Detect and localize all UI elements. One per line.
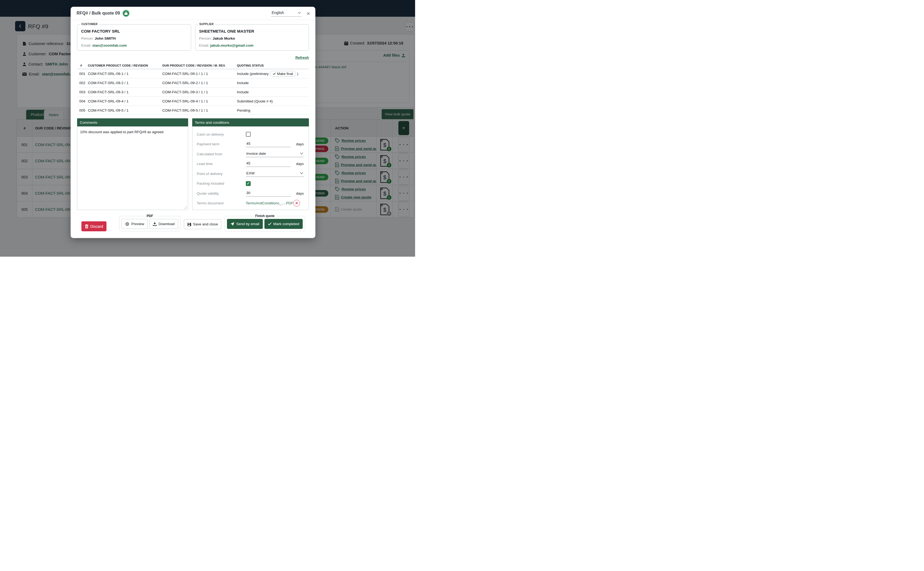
term-row-terms-document: Terms document TermsAndConditions_….PDF✕	[193, 198, 309, 208]
packing-included-checkbox[interactable]	[246, 181, 251, 186]
quoting-status: Include	[237, 90, 309, 94]
supplier-email: Email: jakub.murko@gmail.com	[199, 43, 305, 48]
chevron-down-icon	[300, 172, 303, 174]
refresh-link[interactable]: Refresh	[295, 56, 309, 60]
trash-icon	[85, 224, 88, 228]
screen: RFQ #9 Customer reference:31/07/20 Custo…	[0, 0, 415, 257]
make-final-button[interactable]: Make final	[270, 71, 296, 77]
send-by-email-button[interactable]: Send by email	[227, 219, 263, 229]
dialog-footer: Discard PDF Preview Download	[77, 210, 309, 231]
customer-person: Person: John SMITH	[81, 36, 187, 40]
terms-document-link[interactable]: TermsAndConditions_….PDF	[246, 201, 293, 205]
pdf-button-group: PDF Preview Download	[119, 216, 180, 231]
language-select[interactable]: English	[271, 10, 301, 17]
save-and-close-button[interactable]: Save and close	[184, 219, 221, 229]
dialog-title: RFQ# / Bulk quote 09	[77, 11, 120, 15]
item-row: 004 COM-FACT-SRL-09-4 / 1 COM-FACT-SRL-0…	[77, 97, 309, 106]
calculated-from-select[interactable]: Invoice date	[246, 151, 304, 157]
customer-box: CUSTOMER COM FACTORY SRL Person: John SM…	[77, 24, 191, 51]
term-row-packing-included: Packing included	[193, 179, 309, 189]
customer-box-legend: CUSTOMER	[80, 23, 99, 26]
supplier-person: Person: Jakub Murko	[199, 36, 305, 40]
lock-icon	[123, 10, 129, 17]
chevron-down-icon	[300, 152, 303, 154]
send-icon	[230, 222, 234, 226]
dialog-header: RFQ# / Bulk quote 09 English ×	[71, 7, 315, 20]
quoting-status: Include	[237, 81, 309, 85]
cash-on-delivery-checkbox[interactable]	[246, 132, 251, 137]
download-icon	[153, 222, 157, 226]
preview-pdf-button[interactable]: Preview	[122, 219, 148, 229]
customer-email-link[interactable]: stan@zoomfab.com	[92, 43, 126, 48]
terms-panel: Terms and conditions Cash on delivery Pa…	[192, 118, 309, 210]
finish-quote-button-group: Finish quote Send by email Mark complete…	[225, 216, 305, 231]
eye-icon	[125, 222, 130, 226]
supplier-box-legend: SUPPLIER	[198, 23, 215, 26]
point-of-delivery-select[interactable]: EXW	[246, 171, 304, 177]
item-row: 002 COM-FACT-SRL-09-2 / 1 COM-FACT-SRL-0…	[77, 78, 309, 87]
items-table-header: # CUSTOMER PRODUCT CODE / REVISION OUR P…	[77, 62, 309, 69]
remove-document-button[interactable]: ✕	[293, 200, 300, 207]
term-row-payment-term: Payment term 45days	[193, 139, 309, 149]
terms-panel-header: Terms and conditions	[192, 118, 309, 127]
customer-name: COM FACTORY SRL	[81, 29, 187, 34]
supplier-box: SUPPLIER SHEETMETAL ONE MASTER Person: J…	[195, 24, 309, 51]
pdf-group-label: PDF	[145, 214, 155, 218]
item-row: 003 COM-FACT-SRL-09-3 / 1 COM-FACT-SRL-0…	[77, 87, 309, 97]
item-row: 005 COM-FACT-SRL-09-5 / 1 COM-FACT-SRL-0…	[77, 106, 309, 115]
comments-textarea[interactable]: 10% discount was applied to part RFQ#9 a…	[77, 127, 188, 210]
quoting-status: Pending	[237, 108, 309, 113]
comments-panel: Comments 10% discount was applied to par…	[77, 118, 188, 210]
save-icon	[187, 222, 191, 226]
comments-panel-header: Comments	[77, 118, 188, 127]
close-icon[interactable]: ×	[307, 11, 310, 16]
supplier-email-link[interactable]: jakub.murko@gmail.com	[210, 43, 253, 48]
term-row-lead-time: Lead time 45days	[193, 159, 309, 169]
quote-validity-input[interactable]: 30	[246, 190, 291, 196]
quoting-status: Include (preliminaryMake final)	[237, 71, 309, 77]
supplier-name: SHEETMETAL ONE MASTER	[199, 29, 305, 34]
mark-completed-button[interactable]: Mark completed	[264, 219, 303, 229]
term-row-calculated-from: Calculated from Invoice date	[193, 149, 309, 159]
item-row: 001 COM-FACT-SRL-09-1 / 1 COM-FACT-SRL-0…	[77, 69, 309, 78]
download-pdf-button[interactable]: Download	[149, 219, 178, 229]
term-row-point-of-delivery: Point of delivery EXW	[193, 169, 309, 179]
quote-items-table: # CUSTOMER PRODUCT CODE / REVISION OUR P…	[77, 62, 309, 115]
chevron-down-icon	[298, 12, 301, 14]
term-row-cash-on-delivery: Cash on delivery	[193, 130, 309, 139]
lead-time-input[interactable]: 45	[246, 160, 291, 167]
payment-term-input[interactable]: 45	[246, 141, 291, 147]
check-icon	[268, 222, 271, 225]
term-row-quote-validity: Quote validity 30days	[193, 188, 309, 198]
bulk-quote-dialog: RFQ# / Bulk quote 09 English × CUSTOMER …	[71, 7, 315, 238]
discard-button[interactable]: Discard	[82, 221, 106, 231]
customer-email: Email: stan@zoomfab.com	[81, 43, 187, 48]
resize-handle[interactable]	[184, 206, 187, 209]
quoting-status: Submitted (Quote # 4)	[237, 99, 309, 103]
finish-quote-group-label: Finish quote	[254, 214, 276, 218]
